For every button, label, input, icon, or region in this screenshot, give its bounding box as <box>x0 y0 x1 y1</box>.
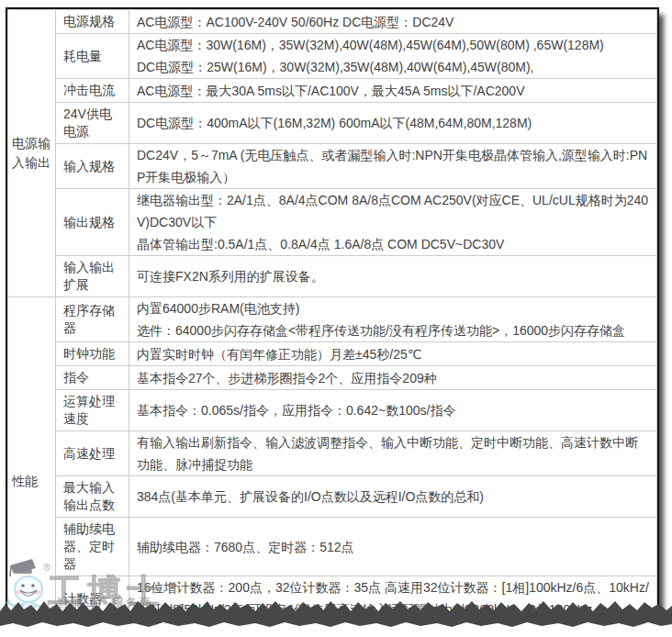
spec-value: DC电源型：400mA以下(16M,32M) 600mA以下(48M,64M,8… <box>129 103 657 144</box>
spec-value: 内置64000步RAM(电池支持)选件：64000步闪存存储盒<带程序传送功能/… <box>129 297 657 342</box>
group-header-0: 电源输入输出 <box>8 10 56 297</box>
spec-label: 最大输入输出点数 <box>56 476 129 518</box>
spec-value-line: 内置64000步RAM(电池支持) <box>137 297 649 319</box>
spec-label: 耗电量 <box>56 34 129 79</box>
spec-value: 辅助续电器：7680点、定时器：512点 <box>129 518 657 576</box>
spec-value-line: DC电源型：400mA以下(16M,32M) 600mA以下(48M,64M,8… <box>137 112 649 134</box>
spec-value-line: 384点(基本单元、扩展设备的I/O点数以及远程I/O点数的总和) <box>137 486 649 508</box>
spec-value-line: AC电源型：AC100V-240V 50/60Hz DC电源型：DC24V <box>137 11 649 33</box>
spec-value-line: DC电源型：25W(16M)，30W(32M),35W(48M),40W(64M… <box>137 56 649 78</box>
spec-value: AC电源型：最大30A 5ms以下/AC100V，最大45A 5ms以下/AC2… <box>129 79 657 103</box>
spec-value-line: 辅助续电器：7680点、定时器：512点 <box>137 536 649 558</box>
spec-value-line: DC24V，5～7mA (无电压触点、或者漏型输入时:NPN开集电极晶体管输入,… <box>137 144 649 188</box>
spec-value-line: 晶体管输出型:0.5A/1点、0.8A/4点 1.6A/8点 COM DC5V~… <box>137 233 649 255</box>
spec-label: 输入规格 <box>56 144 129 189</box>
spec-value-line: 选件：64000步闪存存储盒<带程序传送功能/没有程序传送功能>，16000步闪… <box>137 319 649 341</box>
spec-row: 辅助续电器、定时器辅助续电器：7680点、定时器：512点 <box>8 518 657 576</box>
spec-row: 运算处理速度基本指令：0.065s/指令，应用指令：0.642~数100s/指令 <box>8 390 657 431</box>
spec-row: 输入输出扩展可连接FX2N系列用的扩展设备。 <box>8 256 657 297</box>
spec-label: 时钟功能 <box>56 342 129 366</box>
spec-value: 基本指令27个、步进梯形圈指令2个、应用指令209种 <box>129 366 657 390</box>
spec-value-line: 有输入输出刷新指令、输入滤波调整指令、输入中断功能、定时中断功能、高速计数中断功… <box>137 431 649 475</box>
spec-value: AC电源型：AC100V-240V 50/60Hz DC电源型：DC24V <box>129 10 657 34</box>
spec-value-line: 继电器输出型：2A/1点、8A/4点COM 8A/8点COM AC250V(对应… <box>137 189 649 233</box>
spec-label: 电源规格 <box>56 10 129 34</box>
spec-value-line: AC电源型：最大30A 5ms以下/AC100V，最大45A 5ms以下/AC2… <box>137 80 649 102</box>
spec-value-line: AC电源型：30W(16M)，35W(32M),40W(48M),45W(64M… <box>137 34 649 56</box>
spec-row: 电源输入输出电源规格AC电源型：AC100V-240V 50/60Hz DC电源… <box>8 10 657 34</box>
spec-label: 高速处理 <box>56 431 129 476</box>
spec-row: 最大输入输出点数384点(基本单元、扩展设备的I/O点数以及远程I/O点数的总和… <box>8 476 657 518</box>
spec-value-line: 基本指令：0.065s/指令，应用指令：0.642~数100s/指令 <box>137 399 649 421</box>
spec-row: 指令基本指令27个、步进梯形圈指令2个、应用指令209种 <box>8 366 657 390</box>
group-header-1: 性能 <box>8 297 56 614</box>
spec-label: 指令 <box>56 366 129 390</box>
spec-value: DC24V，5～7mA (无电压触点、或者漏型输入时:NPN开集电极晶体管输入,… <box>129 144 657 189</box>
spec-value-line: 内置实时时钟（有闰年修正功能）月差±45秒/25℃ <box>137 343 649 365</box>
spec-row: 24V供电电源DC电源型：400mA以下(16M,32M) 600mA以下(48… <box>8 103 657 144</box>
spec-value: 可连接FX2N系列用的扩展设备。 <box>129 256 657 297</box>
spec-row: 耗电量AC电源型：30W(16M)，35W(32M),40W(48M),45W(… <box>8 34 657 79</box>
spec-value-line: 基本指令27个、步进梯形圈指令2个、应用指令209种 <box>137 367 649 389</box>
spec-row: 性能程序存储器内置64000步RAM(电池支持)选件：64000步闪存存储盒<带… <box>8 297 657 342</box>
spec-value: AC电源型：30W(16M)，35W(32M),40W(48M),45W(64M… <box>129 34 657 79</box>
spec-value-line: 可连接FX2N系列用的扩展设备。 <box>137 265 649 287</box>
spec-table: 电源输入输出电源规格AC电源型：AC100V-240V 50/60Hz DC电源… <box>7 9 657 613</box>
spec-label: 输出规格 <box>56 189 129 256</box>
spec-value: 384点(基本单元、扩展设备的I/O点数以及远程I/O点数的总和) <box>129 476 657 518</box>
spec-label: 程序存储器 <box>56 297 129 342</box>
spec-value: 继电器输出型：2A/1点、8A/4点COM 8A/8点COM AC250V(对应… <box>129 189 657 256</box>
torn-edge <box>0 597 672 637</box>
spec-value: 有输入输出刷新指令、输入滤波调整指令、输入中断功能、定时中断功能、高速计数中断功… <box>129 431 657 476</box>
page: 电源输入输出电源规格AC电源型：AC100V-240V 50/60Hz DC电源… <box>0 0 672 637</box>
spec-value: 内置实时时钟（有闰年修正功能）月差±45秒/25℃ <box>129 342 657 366</box>
spec-row: 时钟功能内置实时时钟（有闰年修正功能）月差±45秒/25℃ <box>8 342 657 366</box>
spec-label: 运算处理速度 <box>56 390 129 431</box>
spec-row: 输出规格继电器输出型：2A/1点、8A/4点COM 8A/8点COM AC250… <box>8 189 657 256</box>
spec-sheet: 电源输入输出电源规格AC电源型：AC100V-240V 50/60Hz DC电源… <box>6 7 659 613</box>
spec-value: 基本指令：0.065s/指令，应用指令：0.642~数100s/指令 <box>129 390 657 431</box>
spec-label: 冲击电流 <box>56 79 129 103</box>
spec-row: 冲击电流AC电源型：最大30A 5ms以下/AC100V，最大45A 5ms以下… <box>8 79 657 103</box>
spec-row: 高速处理有输入输出刷新指令、输入滤波调整指令、输入中断功能、定时中断功能、高速计… <box>8 431 657 476</box>
spec-row: 输入规格DC24V，5～7mA (无电压触点、或者漏型输入时:NPN开集电极晶体… <box>8 144 657 189</box>
spec-label: 24V供电电源 <box>56 103 129 144</box>
spec-label: 输入输出扩展 <box>56 256 129 297</box>
spec-label: 辅助续电器、定时器 <box>56 518 129 576</box>
